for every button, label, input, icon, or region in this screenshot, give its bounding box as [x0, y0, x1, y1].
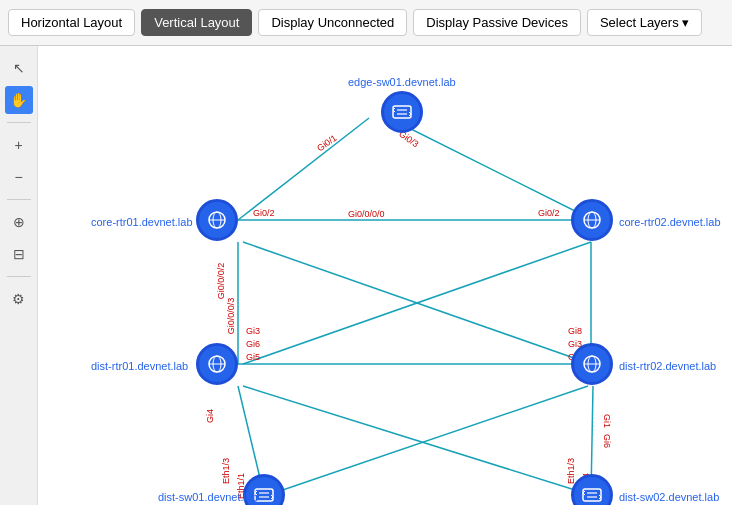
- display-passive-devices-button[interactable]: Display Passive Devices: [413, 9, 581, 36]
- iface-label: Gi0/0/0/3: [226, 298, 236, 335]
- node-core-rtr02[interactable]: core-rtr02.devnet.lab: [571, 199, 613, 241]
- iface-label: Gi0/2: [253, 208, 275, 218]
- zoom-in-icon[interactable]: +: [5, 131, 33, 159]
- layout-panel-icon[interactable]: ⊟: [5, 240, 33, 268]
- svg-line-9: [243, 386, 591, 495]
- svg-rect-12: [393, 106, 411, 118]
- iface-label: Gi4: [205, 409, 215, 423]
- svg-line-0: [238, 118, 369, 220]
- node-edge-sw01[interactable]: edge-sw01.devnet.lab: [348, 76, 456, 133]
- iface-label: Gi5: [246, 352, 260, 362]
- iface-label: Gi0/1: [315, 133, 338, 154]
- svg-rect-30: [583, 489, 601, 501]
- hand-tool-icon[interactable]: ✋: [5, 86, 33, 114]
- switch-icon: [571, 474, 613, 505]
- cursor-tool-icon[interactable]: ↖: [5, 54, 33, 82]
- iface-label: Gi0/2: [538, 208, 560, 218]
- iface-label: Gi3: [246, 326, 260, 336]
- sidebar-divider-3: [7, 276, 31, 277]
- zoom-out-icon[interactable]: −: [5, 163, 33, 191]
- router-icon: [571, 199, 613, 241]
- node-dist-rtr01[interactable]: dist-rtr01.devnet.lab: [196, 343, 238, 385]
- iface-label: Gi6: [602, 434, 612, 448]
- sidebar: ↖ ✋ + − ⊕ ⊟ ⚙: [0, 46, 38, 505]
- select-layers-button[interactable]: Select Layers: [587, 9, 702, 36]
- vertical-layout-button[interactable]: Vertical Layout: [141, 9, 252, 36]
- router-icon: [196, 199, 238, 241]
- svg-line-5: [243, 242, 591, 364]
- settings-icon[interactable]: ⚙: [5, 285, 33, 313]
- router-icon: [196, 343, 238, 385]
- node-dist-sw01[interactable]: dist-sw01.devnet.lab: [243, 474, 285, 505]
- network-canvas[interactable]: Gi0/1 Gi0/3 Gi0/2 Gi0/2 Gi0/0/0/0 Gi0/0/…: [38, 46, 732, 505]
- switch-icon: [381, 91, 423, 133]
- node-core-rtr01[interactable]: core-rtr01.devnet.lab: [196, 199, 238, 241]
- iface-label: Gi6: [246, 339, 260, 349]
- iface-label: Gi8: [568, 326, 582, 336]
- iface-label: Gi1: [602, 414, 612, 428]
- svg-line-10: [268, 386, 588, 495]
- iface-label: Gi0/0/0/0: [348, 209, 385, 219]
- node-dist-rtr02[interactable]: dist-rtr02.devnet.lab: [571, 343, 613, 385]
- display-unconnected-button[interactable]: Display Unconnected: [258, 9, 407, 36]
- router-icon: [571, 343, 613, 385]
- zoom-fit-icon[interactable]: ⊕: [5, 208, 33, 236]
- node-dist-sw02[interactable]: dist-sw02.devnet.lab: [571, 474, 613, 505]
- horizontal-layout-button[interactable]: Horizontal Layout: [8, 9, 135, 36]
- sidebar-divider-2: [7, 199, 31, 200]
- toolbar: Horizontal Layout Vertical Layout Displa…: [0, 0, 732, 46]
- svg-line-1: [389, 118, 593, 220]
- iface-label: Eth1/3: [221, 458, 231, 484]
- iface-label: Gi0/0/0/2: [216, 263, 226, 300]
- svg-line-4: [243, 242, 591, 364]
- main-area: ↖ ✋ + − ⊕ ⊟ ⚙: [0, 46, 732, 505]
- sidebar-divider: [7, 122, 31, 123]
